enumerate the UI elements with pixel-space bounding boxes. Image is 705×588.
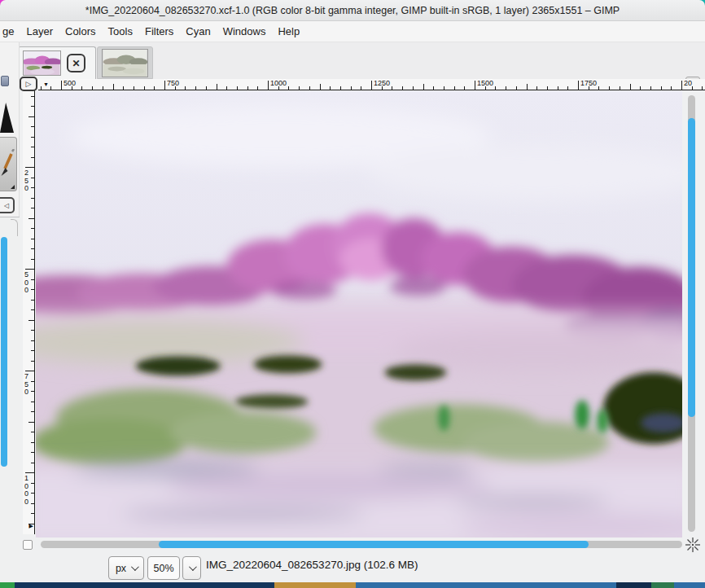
ruler-tick [31, 463, 34, 463]
ruler-tick [702, 86, 703, 90]
ruler-tick [81, 86, 82, 90]
ruler-tick [31, 493, 34, 494]
menu-colors[interactable]: Colors [64, 23, 97, 40]
menu-windows[interactable]: Windows [222, 23, 267, 40]
ruler-tick [144, 86, 145, 90]
tool-menu-corner-icon [11, 185, 15, 189]
vertical-scrollbar[interactable] [688, 95, 695, 532]
landscape-artwork [36, 91, 682, 538]
ruler-tick [423, 84, 424, 90]
menu-filters[interactable]: Filters [144, 23, 174, 40]
ruler-tick [31, 259, 34, 260]
vertical-ruler[interactable]: ▶ 2505007501000 [23, 90, 35, 534]
ruler-tick [464, 86, 465, 90]
ruler-tick [134, 86, 134, 90]
ruler-tick [28, 524, 34, 524]
ruler-tick [31, 350, 34, 351]
ruler-tick [361, 86, 361, 90]
collapse-left-icon[interactable]: ◁ [0, 197, 15, 213]
zoom-dropdown-button[interactable] [182, 556, 201, 580]
ruler-tick [113, 84, 114, 90]
unit-value: px [116, 563, 126, 574]
ruler-tick [567, 86, 568, 90]
ruler-tick [25, 167, 34, 168]
vertical-scrollbar-thumb[interactable] [688, 118, 695, 417]
ruler-tick [28, 218, 34, 219]
menu-help[interactable]: Help [277, 23, 300, 40]
ruler-tick [31, 391, 34, 392]
ruler-tick [309, 86, 310, 90]
title-bar[interactable]: *IMG_20220604_082653270.xcf-1.0 (RGB col… [0, 0, 705, 21]
horizontal-scrollbar[interactable] [41, 541, 682, 548]
ruler-tick [340, 86, 341, 90]
ruler-tick [31, 483, 34, 484]
tab-image-active[interactable]: ✕ [18, 46, 96, 79]
tab-image-inactive[interactable] [97, 46, 153, 79]
ruler-label: 1000 [24, 475, 28, 506]
status-bar: px 50% IMG_20220604_082653270.jpg (102.6… [0, 551, 705, 583]
gimp-window: *IMG_20220604_082653270.xcf-1.0 (RGB col… [0, 0, 705, 588]
ruler-tick [547, 86, 548, 90]
ruler-tick [506, 86, 506, 90]
ruler-tick [558, 86, 558, 90]
ruler-tick [50, 86, 51, 90]
canvas-image[interactable] [36, 91, 682, 538]
ruler-tick [206, 86, 207, 90]
ruler-tick [31, 432, 34, 432]
ruler-tick [640, 86, 641, 90]
ruler-tick [536, 86, 537, 90]
status-message: IMG_20220604_082653270.jpg (102.6 MB) [206, 559, 418, 571]
ruler-tick [31, 361, 34, 362]
ruler-tick [475, 81, 475, 90]
menu-cyan[interactable]: Cyan [185, 23, 211, 40]
ruler-tick [31, 248, 34, 249]
ruler-tick [237, 86, 238, 90]
ruler-tick [330, 86, 331, 90]
ruler-label: 750 [24, 373, 28, 397]
close-icon[interactable]: ✕ [67, 54, 85, 72]
ruler-tick [598, 86, 599, 90]
horizontal-ruler[interactable]: ▼ 500750100012501500175020 [38, 79, 705, 90]
ruler-tick [413, 86, 414, 90]
ruler-tick [31, 198, 34, 199]
ruler-tick [278, 86, 279, 90]
image-menu-button[interactable]: ▷ [20, 77, 37, 91]
quick-mask-toggle[interactable] [23, 540, 33, 550]
ruler-tick [217, 84, 217, 90]
ruler-tick [31, 503, 34, 504]
ruler-tick [692, 86, 693, 90]
paintbrush-tool-button[interactable] [0, 137, 17, 191]
ruler-marker-down-icon: ▼ [43, 81, 49, 87]
tool-triangle-icon[interactable] [0, 103, 14, 133]
ruler-tick [681, 81, 682, 90]
ruler-tick [444, 86, 444, 90]
ruler-tick [382, 86, 383, 90]
menu-image[interactable]: ge [2, 23, 15, 40]
ruler-tick [28, 422, 34, 423]
ruler-tick [103, 86, 103, 90]
ruler-tick [31, 106, 34, 107]
ruler-tick [31, 411, 34, 412]
ruler-tick [31, 147, 34, 147]
ruler-tick [392, 86, 392, 90]
dock-scrollbar[interactable] [1, 237, 7, 467]
zoom-input[interactable]: 50% [147, 556, 180, 580]
ruler-tick [495, 86, 496, 90]
ruler-tick [31, 187, 34, 188]
ruler-label: 500 [63, 79, 76, 87]
ruler-tick [299, 86, 300, 90]
menu-layer[interactable]: Layer [25, 23, 54, 40]
ruler-tick [247, 86, 248, 90]
ruler-tick [527, 84, 528, 90]
ruler-tick [31, 279, 34, 280]
ruler-tick [371, 81, 372, 90]
ruler-label: 750 [167, 79, 179, 87]
horizontal-scrollbar-thumb[interactable] [159, 541, 589, 548]
ruler-tick [31, 513, 34, 514]
ruler-tick [31, 340, 34, 341]
unit-dropdown[interactable]: px [108, 556, 144, 580]
ruler-tick [31, 330, 34, 331]
menu-tools[interactable]: Tools [107, 23, 134, 40]
ruler-tick [320, 84, 321, 90]
tool-icon-fragment[interactable] [1, 76, 9, 86]
